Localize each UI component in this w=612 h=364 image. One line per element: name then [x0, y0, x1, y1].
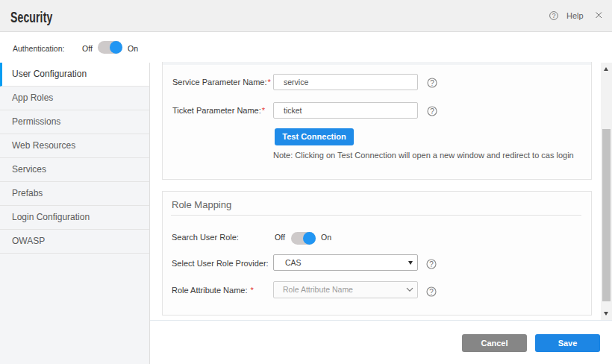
svg-text:?: ? [429, 288, 434, 296]
svg-text:?: ? [430, 79, 434, 87]
svg-text:?: ? [429, 260, 434, 269]
svg-text:?: ? [430, 107, 434, 116]
svg-text:?: ? [552, 12, 555, 19]
